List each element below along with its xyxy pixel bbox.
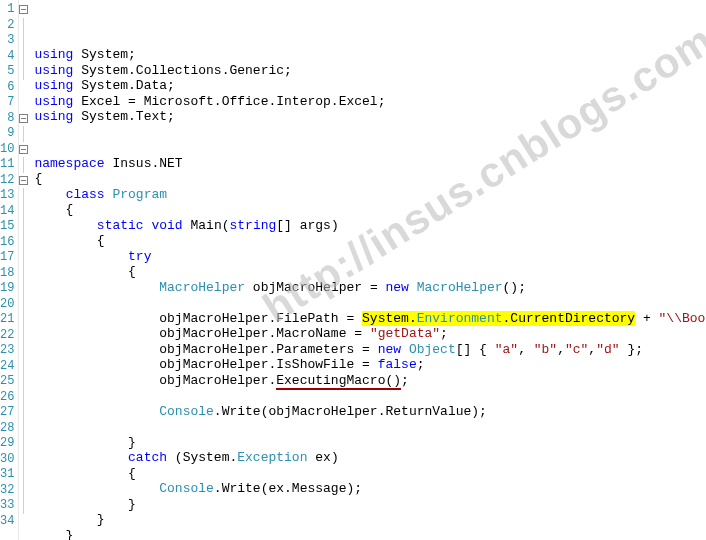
token-type: MacroHelper — [417, 280, 503, 295]
fold-cell[interactable] — [19, 111, 28, 127]
code-line[interactable]: { — [34, 466, 706, 482]
fold-guide — [23, 219, 24, 235]
token-plain — [401, 342, 409, 357]
line-number: 11 — [0, 157, 18, 173]
token-kw: using — [34, 63, 73, 78]
code-line[interactable]: using System.Data; — [34, 78, 706, 94]
fold-cell — [19, 126, 28, 142]
fold-cell — [19, 18, 28, 34]
code-line[interactable]: objMacroHelper.IsShowFile = false; — [34, 357, 706, 373]
code-line[interactable]: class Program — [34, 187, 706, 203]
fold-gutter[interactable] — [19, 0, 28, 540]
code-line[interactable]: using Excel = Microsoft.Office.Interop.E… — [34, 94, 706, 110]
code-line[interactable] — [34, 140, 706, 156]
code-line[interactable]: static void Main(string[] args) — [34, 218, 706, 234]
token-plain: objMacroHelper. — [34, 373, 276, 388]
line-number: 18 — [0, 266, 18, 282]
fold-cell — [19, 374, 28, 390]
code-line[interactable] — [34, 388, 706, 404]
code-line[interactable]: objMacroHelper.Parameters = new Object[]… — [34, 342, 706, 358]
code-line[interactable]: { — [34, 202, 706, 218]
line-number: 2 — [0, 18, 18, 34]
line-number: 31 — [0, 467, 18, 483]
token-kw: namespace — [34, 156, 104, 171]
fold-toggle-icon[interactable] — [19, 145, 28, 154]
token-str: "d" — [596, 342, 619, 357]
fold-cell — [19, 204, 28, 220]
line-number: 16 — [0, 235, 18, 251]
token-plain — [409, 280, 417, 295]
line-number: 23 — [0, 343, 18, 359]
line-number: 27 — [0, 405, 18, 421]
code-line[interactable] — [34, 295, 706, 311]
token-str: "getData" — [370, 326, 440, 341]
line-number: 19 — [0, 281, 18, 297]
fold-cell — [19, 421, 28, 437]
code-line[interactable]: objMacroHelper.ExecutingMacro(); — [34, 373, 706, 389]
code-line[interactable]: } — [34, 528, 706, 541]
line-number: 28 — [0, 421, 18, 437]
code-line[interactable] — [34, 125, 706, 141]
code-line[interactable]: { — [34, 171, 706, 187]
token-plain: ; — [417, 357, 425, 372]
code-line[interactable]: MacroHelper objMacroHelper = new MacroHe… — [34, 280, 706, 296]
code-line[interactable]: using System.Collections.Generic; — [34, 63, 706, 79]
fold-cell — [19, 328, 28, 344]
line-number: 26 — [0, 390, 18, 406]
code-line[interactable]: namespace Insus.NET — [34, 156, 706, 172]
token-hl: . — [409, 311, 417, 326]
fold-cell[interactable] — [19, 142, 28, 158]
line-number: 20 — [0, 297, 18, 313]
code-line[interactable]: } — [34, 512, 706, 528]
code-line[interactable]: using System; — [34, 47, 706, 63]
token-type: Object — [409, 342, 456, 357]
token-kw: using — [34, 94, 73, 109]
token-plain — [34, 249, 128, 264]
fold-toggle-icon[interactable] — [19, 176, 28, 185]
token-type: Exception — [237, 450, 307, 465]
token-plain: objMacroHelper.IsShowFile = — [34, 357, 377, 372]
fold-cell — [19, 390, 28, 406]
token-hl: CurrentDirectory — [510, 311, 635, 326]
code-line[interactable]: objMacroHelper.MacroName = "getData"; — [34, 326, 706, 342]
token-plain — [34, 280, 159, 295]
code-line[interactable] — [34, 419, 706, 435]
code-line[interactable]: Console.Write(objMacroHelper.ReturnValue… — [34, 404, 706, 420]
fold-toggle-icon[interactable] — [19, 114, 28, 123]
line-number: 33 — [0, 498, 18, 514]
code-line[interactable]: catch (System.Exception ex) — [34, 450, 706, 466]
fold-toggle-icon[interactable] — [19, 5, 28, 14]
code-line[interactable]: objMacroHelper.FilePath = System.Environ… — [34, 311, 706, 327]
fold-cell[interactable] — [19, 2, 28, 18]
code-line[interactable]: } — [34, 435, 706, 451]
code-line[interactable]: try — [34, 249, 706, 265]
token-ul: ExecutingMacro() — [276, 373, 401, 390]
fold-guide — [23, 64, 24, 80]
code-area[interactable]: http://insus.cnblogs.com using System;us… — [28, 0, 706, 540]
token-plain: objMacroHelper.FilePath = — [34, 311, 362, 326]
fold-cell — [19, 405, 28, 421]
code-line[interactable]: Console.Write(ex.Message); — [34, 481, 706, 497]
code-editor[interactable]: 1234567891011121314151617181920212223242… — [0, 0, 706, 540]
fold-cell — [19, 483, 28, 499]
token-kw: using — [34, 47, 73, 62]
fold-guide — [23, 235, 24, 251]
code-line[interactable]: } — [34, 497, 706, 513]
line-number: 10 — [0, 142, 18, 158]
line-number-gutter: 1234567891011121314151617181920212223242… — [0, 0, 19, 540]
fold-cell — [19, 64, 28, 80]
fold-cell — [19, 467, 28, 483]
code-line[interactable]: using System.Text; — [34, 109, 706, 125]
code-line[interactable]: { — [34, 233, 706, 249]
token-type: Console — [159, 481, 214, 496]
fold-cell[interactable] — [19, 173, 28, 189]
token-plain: (System. — [167, 450, 237, 465]
token-kw: class — [66, 187, 105, 202]
token-str: "a" — [495, 342, 518, 357]
token-plain: } — [34, 512, 104, 527]
fold-cell — [19, 188, 28, 204]
fold-guide — [23, 312, 24, 328]
fold-guide — [23, 405, 24, 421]
code-line[interactable]: { — [34, 264, 706, 280]
token-type: MacroHelper — [159, 280, 245, 295]
